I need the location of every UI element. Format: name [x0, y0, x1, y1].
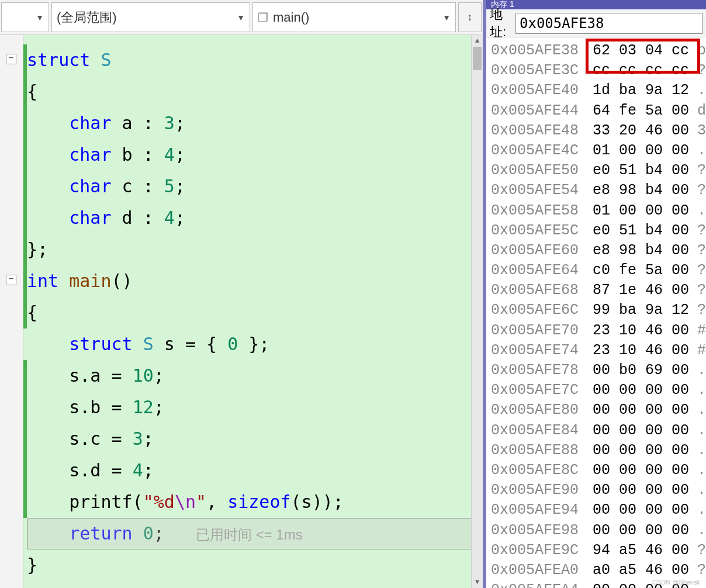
memory-row[interactable]: 0x005AFE3C cc cc cc cc? [491, 61, 706, 81]
memory-ascii: . [689, 421, 706, 441]
memory-bytes: 01 00 00 00 [584, 201, 689, 221]
code-line[interactable]: char a : 3; [23, 108, 483, 139]
code-line[interactable]: }; [23, 234, 483, 265]
memory-address: 0x005AFEA0 [491, 561, 584, 580]
memory-ascii: . [689, 461, 706, 480]
memory-ascii: ? [689, 261, 706, 281]
memory-row[interactable]: 0x005AFE44 64 fe 5a 00d [491, 101, 706, 121]
memory-bytes: 00 00 00 00 [584, 500, 689, 520]
memory-bytes: 62 03 04 cc [584, 41, 689, 61]
memory-ascii: . [689, 441, 706, 461]
memory-bytes: cc cc cc cc [584, 61, 689, 81]
memory-ascii: . [689, 400, 706, 420]
memory-address: 0x005AFE40 [491, 81, 584, 101]
memory-ascii: ? [689, 281, 706, 300]
memory-bytes: 99 ba 9a 12 [584, 300, 689, 320]
address-input[interactable] [515, 13, 702, 34]
memory-address: 0x005AFE9C [491, 541, 584, 561]
memory-ascii: ? [689, 61, 706, 81]
memory-bytes: e8 98 b4 00 [584, 181, 689, 200]
code-line[interactable]: s.c = 3; [23, 423, 483, 455]
memory-row[interactable]: 0x005AFE68 87 1e 46 00? [491, 281, 706, 300]
code-line[interactable]: s.a = 10; [23, 360, 483, 392]
memory-row[interactable]: 0x005AFE54 e8 98 b4 00? [491, 181, 706, 200]
memory-row[interactable]: 0x005AFE5C e0 51 b4 00? [491, 221, 706, 241]
memory-address: 0x005AFE98 [491, 521, 584, 541]
memory-address-bar: 地址: [486, 9, 706, 37]
memory-row[interactable]: 0x005AFE40 1d ba 9a 12. [491, 81, 706, 101]
memory-bytes: 01 00 00 00 [584, 141, 689, 161]
memory-address: 0x005AFE8C [491, 461, 584, 480]
memory-view[interactable]: 0x005AFE38 62 03 04 ccb0x005AFE3C cc cc … [486, 37, 706, 588]
code-line[interactable]: { [23, 76, 483, 108]
memory-row[interactable]: 0x005AFE70 23 10 46 00# [491, 321, 706, 341]
memory-ascii: ? [689, 221, 706, 241]
code-line[interactable]: char b : 4; [23, 139, 483, 171]
vertical-scrollbar[interactable]: ▲ ▼ [471, 35, 483, 588]
memory-row[interactable]: 0x005AFE58 01 00 00 00. [491, 201, 706, 221]
memory-row[interactable]: 0x005AFE60 e8 98 b4 00? [491, 241, 706, 261]
memory-row[interactable]: 0x005AFE6C 99 ba 9a 12? [491, 300, 706, 320]
code-line[interactable]: int main() [23, 265, 483, 297]
memory-bytes: a0 a5 46 00 [584, 561, 689, 580]
memory-address: 0x005AFE48 [491, 121, 584, 141]
memory-address: 0x005AFE94 [491, 500, 584, 520]
code-editor[interactable]: −− struct S{ char a : 3; char b : 4; cha… [0, 35, 483, 588]
memory-bytes: 64 fe 5a 00 [584, 101, 689, 121]
scroll-thumb[interactable] [473, 47, 482, 70]
code-line[interactable]: } [23, 549, 483, 581]
code-line[interactable]: struct S s = { 0 }; [23, 328, 483, 360]
combo-scope[interactable]: (全局范围) ▼ [51, 2, 250, 32]
split-icon: ↕ [467, 12, 473, 23]
combo-context[interactable]: ▼ [1, 2, 49, 32]
memory-address: 0x005AFE60 [491, 241, 584, 261]
fold-toggle[interactable]: − [6, 275, 16, 285]
memory-bytes: 87 1e 46 00 [584, 281, 689, 300]
memory-ascii: ? [689, 241, 706, 261]
memory-ascii: . [689, 141, 706, 161]
memory-row[interactable]: 0x005AFE74 23 10 46 00# [491, 341, 706, 361]
scroll-up-icon[interactable]: ▲ [472, 35, 483, 47]
memory-row[interactable]: 0x005AFE64 c0 fe 5a 00? [491, 261, 706, 281]
memory-bytes: 00 00 00 00 [584, 400, 689, 420]
code-line[interactable]: s.d = 4; [23, 455, 483, 486]
cube-icon: ❒ [258, 11, 268, 25]
code-line[interactable]: struct S [23, 44, 483, 76]
memory-row[interactable]: 0x005AFE7C 00 00 00 00. [491, 381, 706, 400]
memory-row[interactable]: 0x005AFE9C 94 a5 46 00? [491, 541, 706, 561]
memory-address: 0x005AFE74 [491, 341, 584, 361]
memory-row[interactable]: 0x005AFE98 00 00 00 00. [491, 521, 706, 541]
memory-ascii: 3 [689, 121, 706, 141]
code-line[interactable]: s.b = 12; [23, 392, 483, 423]
memory-row[interactable]: 0x005AFE88 00 00 00 00. [491, 441, 706, 461]
memory-row[interactable]: 0x005AFE78 00 b0 69 00. [491, 361, 706, 381]
memory-row[interactable]: 0x005AFEA0 a0 a5 46 00? [491, 561, 706, 580]
split-window-button[interactable]: ↕ [458, 2, 482, 32]
memory-row[interactable]: 0x005AFE94 00 00 00 00. [491, 500, 706, 520]
memory-ascii: ? [689, 541, 706, 561]
fold-toggle[interactable]: − [6, 54, 16, 64]
address-label: 地址: [490, 6, 512, 41]
memory-row[interactable]: 0x005AFE80 00 00 00 00. [491, 400, 706, 420]
memory-row[interactable]: 0x005AFE8C 00 00 00 00. [491, 461, 706, 480]
memory-row[interactable]: 0x005AFE50 e0 51 b4 00? [491, 161, 706, 181]
memory-address: 0x005AFE54 [491, 181, 584, 200]
code-line[interactable]: { [23, 297, 483, 328]
memory-row[interactable]: 0x005AFE38 62 03 04 ccb [491, 41, 706, 61]
memory-ascii: . [689, 500, 706, 520]
code-line[interactable]: char d : 4; [23, 202, 483, 234]
code-line[interactable]: printf("%d\n", sizeof(s)); [23, 486, 483, 518]
memory-row[interactable]: 0x005AFE84 00 00 00 00. [491, 421, 706, 441]
memory-address: 0x005AFE38 [491, 41, 584, 61]
memory-address: 0x005AFE84 [491, 421, 584, 441]
memory-row[interactable]: 0x005AFE4C 01 00 00 00. [491, 141, 706, 161]
combo-function[interactable]: ❒ main() ▼ [252, 2, 456, 32]
memory-ascii: ? [689, 561, 706, 580]
code-line[interactable]: char c : 5; [23, 171, 483, 202]
chevron-down-icon: ▼ [237, 13, 245, 22]
memory-row[interactable]: 0x005AFE48 33 20 46 003 [491, 121, 706, 141]
memory-row[interactable]: 0x005AFE90 00 00 00 00. [491, 480, 706, 500]
change-marker [23, 360, 27, 518]
memory-address: 0x005AFE4C [491, 141, 584, 161]
scroll-down-icon[interactable]: ▼ [472, 576, 483, 588]
